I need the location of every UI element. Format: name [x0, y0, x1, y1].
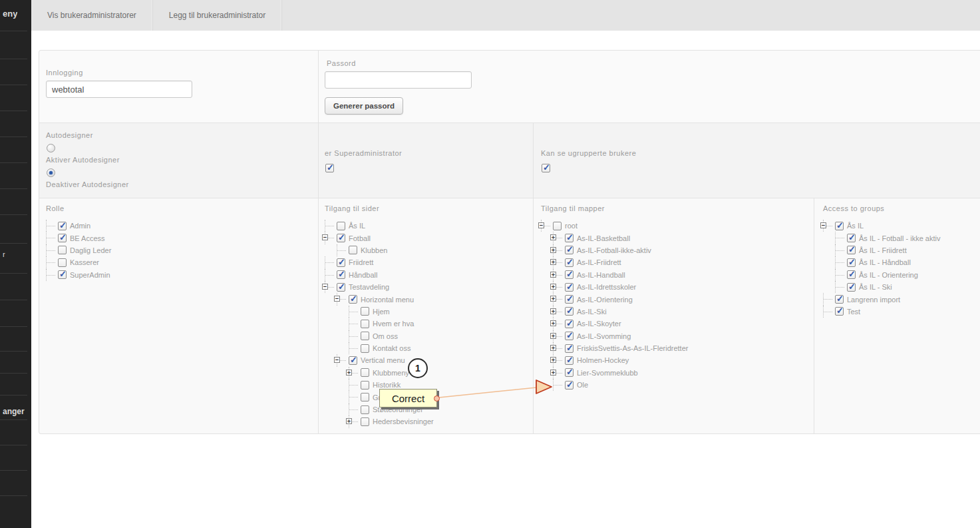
tree-checkbox[interactable] — [58, 234, 67, 242]
tree-row[interactable]: Kontakt oss — [349, 342, 532, 354]
tree-row[interactable]: + As-IL-Idrettsskoler — [553, 281, 812, 293]
tree-checkbox[interactable] — [847, 246, 856, 254]
tree-expander-icon[interactable]: + — [550, 345, 556, 351]
tree-expander-icon[interactable]: − — [820, 222, 826, 228]
tree-checkbox[interactable] — [58, 258, 67, 267]
tree-expander-icon[interactable]: + — [550, 259, 556, 265]
tree-row[interactable]: + Klubbmeny — [349, 367, 532, 379]
sidebar-item-menu[interactable]: eny — [3, 9, 17, 19]
tree-expander-icon[interactable]: + — [550, 357, 556, 363]
tree-checkbox[interactable] — [565, 234, 573, 242]
tree-expander-icon[interactable]: + — [550, 308, 556, 314]
tree-checkbox[interactable] — [565, 270, 573, 279]
tree-row[interactable]: Friidrett — [325, 256, 532, 268]
tree-checkbox[interactable] — [361, 381, 369, 390]
tree-expander-icon[interactable]: + — [550, 284, 556, 290]
tree-row[interactable]: Hvem er hva — [349, 318, 532, 330]
tree-row[interactable]: Om oss — [349, 330, 532, 342]
tree-checkbox[interactable] — [565, 356, 573, 365]
tree-expander-icon[interactable]: + — [346, 418, 352, 424]
sidebar-item-truncated[interactable]: anger — [3, 407, 25, 416]
tree-row[interactable]: + As-IL-Orientering — [553, 293, 812, 305]
tree-row[interactable]: + As-IL-Basketball — [553, 232, 812, 244]
tree-checkbox[interactable] — [565, 381, 573, 390]
tree-checkbox[interactable] — [565, 332, 573, 340]
radio-button[interactable] — [47, 168, 55, 177]
tree-checkbox[interactable] — [565, 368, 573, 377]
tree-row[interactable]: Støtteordninger — [349, 403, 532, 415]
tree-checkbox[interactable] — [835, 307, 844, 316]
tree-checkbox[interactable] — [565, 320, 573, 328]
tree-checkbox[interactable] — [337, 283, 345, 292]
innlogging-input[interactable] — [46, 81, 192, 98]
tree-row[interactable]: Kasserer — [46, 256, 312, 268]
tree-expander-icon[interactable]: + — [550, 272, 556, 278]
tree-checkbox[interactable] — [847, 234, 856, 242]
tree-row[interactable]: + FriskisSvettis-As-As-IL-Fleridretter — [553, 342, 812, 354]
tree-row[interactable]: − Horizontal menu — [337, 293, 532, 305]
ungrouped-users-checkbox[interactable] — [542, 164, 550, 172]
tree-checkbox[interactable] — [361, 393, 369, 401]
tree-row[interactable]: Test — [823, 306, 979, 318]
tree-expander-icon[interactable]: + — [550, 296, 556, 302]
tree-row[interactable]: + As-IL-Fotball-ikke-aktiv — [553, 244, 812, 256]
tree-row[interactable]: − Vertical menu — [337, 354, 532, 366]
tree-expander-icon[interactable]: + — [550, 333, 556, 339]
tree-checkbox[interactable] — [553, 222, 562, 230]
tree-checkbox[interactable] — [349, 295, 357, 304]
superadmin-checkbox[interactable] — [325, 164, 334, 172]
tree-checkbox[interactable] — [361, 320, 369, 328]
tree-expander-icon[interactable]: + — [346, 370, 352, 376]
tree-checkbox[interactable] — [361, 344, 369, 353]
tree-row[interactable]: Ås IL - Orientering — [835, 269, 979, 281]
tree-row[interactable]: + As-IL-Ski — [553, 306, 812, 318]
tree-expander-icon[interactable]: − — [538, 222, 544, 228]
tree-row[interactable]: Ås IL - Ski — [835, 281, 979, 293]
tree-checkbox[interactable] — [337, 222, 345, 230]
tree-checkbox[interactable] — [361, 417, 369, 426]
tree-checkbox[interactable] — [349, 246, 357, 254]
tree-checkbox[interactable] — [565, 258, 573, 267]
tree-expander-icon[interactable]: + — [550, 370, 556, 376]
tree-row[interactable]: Ås IL - Håndball — [835, 256, 979, 268]
tree-expander-icon[interactable]: + — [550, 234, 556, 240]
tree-expander-icon[interactable]: − — [334, 357, 340, 363]
tree-checkbox[interactable] — [565, 307, 573, 316]
tree-expander-icon[interactable]: − — [334, 296, 340, 302]
passord-input[interactable] — [325, 71, 472, 89]
tree-checkbox[interactable] — [337, 234, 345, 242]
sidebar-item-truncated[interactable]: r — [3, 250, 5, 258]
tree-checkbox[interactable] — [349, 356, 357, 365]
tree-checkbox[interactable] — [835, 222, 844, 230]
tree-row[interactable]: − Ås IL — [823, 220, 979, 232]
tree-row[interactable]: SuperAdmin — [46, 269, 312, 281]
tree-expander-icon[interactable]: − — [322, 234, 328, 240]
tree-checkbox[interactable] — [847, 270, 856, 279]
tree-row[interactable]: Ole — [553, 379, 812, 391]
tree-row[interactable]: − Fotball — [325, 232, 532, 244]
tree-checkbox[interactable] — [565, 344, 573, 353]
tree-row[interactable]: Ås IL - Fotball - ikke aktiv — [835, 232, 979, 244]
tree-expander-icon[interactable]: − — [322, 284, 328, 290]
tree-checkbox[interactable] — [337, 258, 345, 267]
tree-row[interactable]: Håndball — [325, 269, 532, 281]
tree-expander-icon[interactable]: + — [550, 320, 556, 326]
tree-row[interactable]: Daglig Leder — [46, 244, 312, 256]
tree-checkbox[interactable] — [835, 295, 844, 304]
tree-row[interactable]: + Hedersbevisninger — [349, 415, 532, 427]
tab-brukeradministrator[interactable]: Legg til brukeradministrator — [153, 0, 282, 31]
tree-checkbox[interactable] — [847, 258, 856, 267]
tree-row[interactable]: Hjem — [349, 306, 532, 318]
tree-row[interactable]: + As-IL-Skoyter — [553, 318, 812, 330]
tree-checkbox[interactable] — [565, 283, 573, 292]
tree-row[interactable]: Langrenn import — [823, 293, 979, 305]
tree-checkbox[interactable] — [58, 270, 67, 279]
tree-row[interactable]: + Lier-Svommeklubb — [553, 367, 812, 379]
tree-row[interactable]: Gr — [349, 391, 532, 403]
tree-row[interactable]: − Testavdeling — [325, 281, 532, 293]
tree-row[interactable]: + As-IL-Handball — [553, 269, 812, 281]
radio-button[interactable] — [47, 144, 55, 152]
tree-row[interactable]: Ås IL - Friidrett — [835, 244, 979, 256]
tree-row[interactable]: − root — [541, 220, 812, 232]
tree-row[interactable]: Ås IL — [325, 220, 532, 232]
